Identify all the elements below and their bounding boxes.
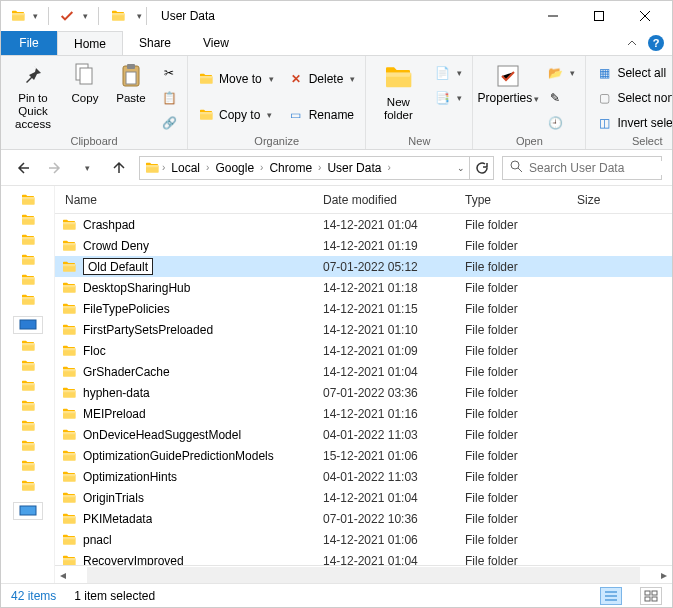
table-row[interactable]: pnacl14-12-2021 01:06File folder xyxy=(55,529,672,550)
tree-item[interactable] xyxy=(20,212,36,228)
close-button[interactable] xyxy=(622,1,668,31)
file-type: File folder xyxy=(465,239,577,253)
delete-button[interactable]: ✕ Delete▾ xyxy=(284,68,360,90)
tree-network[interactable] xyxy=(13,502,43,520)
help-button[interactable]: ? xyxy=(646,31,666,55)
nav-up-button[interactable] xyxy=(107,156,131,180)
copy-to-button[interactable]: Copy to▾ xyxy=(194,104,278,126)
tree-item[interactable] xyxy=(20,418,36,434)
select-none-button[interactable]: ▢ Select none xyxy=(592,87,673,109)
open-menu-button[interactable]: 📂▾ xyxy=(543,62,579,84)
table-row[interactable]: Crowd Deny14-12-2021 01:19File folder xyxy=(55,235,672,256)
nav-recent-button[interactable]: ▾ xyxy=(75,156,99,180)
table-row[interactable]: FirstPartySetsPreloaded14-12-2021 01:10F… xyxy=(55,319,672,340)
table-row[interactable]: OptimizationHints04-01-2022 11:03File fo… xyxy=(55,466,672,487)
folder-icon xyxy=(61,259,77,275)
scroll-right-button[interactable]: ▸ xyxy=(656,567,672,583)
file-type: File folder xyxy=(465,407,577,421)
tree-item[interactable] xyxy=(20,272,36,288)
refresh-button[interactable] xyxy=(470,156,494,180)
nav-back-button[interactable] xyxy=(11,156,35,180)
minimize-button[interactable] xyxy=(530,1,576,31)
table-row[interactable]: PKIMetadata07-01-2022 10:36File folder xyxy=(55,508,672,529)
properties-icon xyxy=(494,62,522,90)
table-row[interactable]: Crashpad14-12-2021 01:04File folder xyxy=(55,214,672,235)
paste-shortcut-button[interactable]: 🔗 xyxy=(157,112,181,134)
rename-button[interactable]: ▭ Rename xyxy=(284,104,360,126)
move-to-button[interactable]: Move to▾ xyxy=(194,68,278,90)
tab-share[interactable]: Share xyxy=(123,31,187,55)
tree-item[interactable] xyxy=(20,478,36,494)
tab-file[interactable]: File xyxy=(1,31,57,55)
horizontal-scrollbar[interactable]: ◂ ▸ xyxy=(55,565,672,583)
ribbon-collapse-button[interactable] xyxy=(618,31,646,55)
table-row[interactable]: hyphen-data07-01-2022 03:36File folder xyxy=(55,382,672,403)
cut-button[interactable]: ✂ xyxy=(157,62,181,84)
status-selection: 1 item selected xyxy=(74,589,155,603)
breadcrumb-segment[interactable]: User Data xyxy=(323,161,385,175)
breadcrumb-segment[interactable]: Google xyxy=(211,161,258,175)
new-item-button[interactable]: 📄▾ xyxy=(430,62,466,84)
file-list[interactable]: Crashpad14-12-2021 01:04File folderCrowd… xyxy=(55,214,672,565)
copy-button[interactable]: Copy xyxy=(65,58,105,105)
nav-forward-button[interactable] xyxy=(43,156,67,180)
search-input[interactable] xyxy=(529,161,673,175)
tree-this-pc[interactable] xyxy=(13,316,43,334)
view-large-icons-button[interactable] xyxy=(640,587,662,605)
table-row[interactable]: FileTypePolicies14-12-2021 01:15File fol… xyxy=(55,298,672,319)
history-button[interactable]: 🕘 xyxy=(543,112,579,134)
invert-selection-button[interactable]: ◫ Invert selection xyxy=(592,112,673,134)
address-history-dropdown[interactable]: ⌄ xyxy=(457,163,465,173)
tree-item[interactable] xyxy=(20,398,36,414)
column-name[interactable]: Name xyxy=(61,193,323,207)
new-folder-button[interactable]: New folder xyxy=(372,58,424,122)
tree-item[interactable] xyxy=(20,192,36,208)
table-row[interactable]: RecoveryImproved14-12-2021 01:04File fol… xyxy=(55,550,672,565)
paste-button[interactable]: Paste xyxy=(111,58,151,105)
status-item-count: 42 items xyxy=(11,589,56,603)
table-row[interactable]: GrShaderCache14-12-2021 01:04File folder xyxy=(55,361,672,382)
search-box[interactable] xyxy=(502,156,662,180)
maximize-button[interactable] xyxy=(576,1,622,31)
table-row[interactable]: OnDeviceHeadSuggestModel04-01-2022 11:03… xyxy=(55,424,672,445)
column-date-modified[interactable]: Date modified xyxy=(323,193,465,207)
easy-access-button[interactable]: 📑▾ xyxy=(430,87,466,109)
table-row[interactable]: DesktopSharingHub14-12-2021 01:18File fo… xyxy=(55,277,672,298)
column-type[interactable]: Type xyxy=(465,193,577,207)
ribbon: Pin to Quick access Copy Paste ✂ 📋 🔗 Cli… xyxy=(1,56,672,150)
qat-overflow[interactable]: ▾ xyxy=(137,11,142,21)
edit-button[interactable]: ✎ xyxy=(543,87,579,109)
table-row[interactable]: Old Default07-01-2022 05:12File folder xyxy=(55,256,672,277)
rename-input[interactable]: Old Default xyxy=(83,258,153,275)
tree-item[interactable] xyxy=(20,292,36,308)
breadcrumb-segment[interactable]: Chrome xyxy=(265,161,316,175)
pin-to-quick-access-button[interactable]: Pin to Quick access xyxy=(7,58,59,132)
table-row[interactable]: OriginTrials14-12-2021 01:04File folder xyxy=(55,487,672,508)
tree-item[interactable] xyxy=(20,458,36,474)
copy-path-button[interactable]: 📋 xyxy=(157,87,181,109)
select-all-button[interactable]: ▦ Select all xyxy=(592,62,673,84)
checkmark-icon[interactable] xyxy=(59,8,77,24)
tree-item[interactable] xyxy=(20,232,36,248)
qat-dropdown-2[interactable]: ▾ xyxy=(83,11,88,21)
tree-item[interactable] xyxy=(20,252,36,268)
svg-rect-13 xyxy=(652,597,657,601)
properties-button[interactable]: Properties▾ xyxy=(479,58,537,106)
table-row[interactable]: OptimizationGuidePredictionModels15-12-2… xyxy=(55,445,672,466)
scroll-left-button[interactable]: ◂ xyxy=(55,567,71,583)
tree-item[interactable] xyxy=(20,338,36,354)
select-all-icon: ▦ xyxy=(596,66,612,80)
view-details-button[interactable] xyxy=(600,587,622,605)
tree-item[interactable] xyxy=(20,358,36,374)
column-size[interactable]: Size xyxy=(577,193,627,207)
address-bar[interactable]: › Local›Google›Chrome›User Data› ⌄ xyxy=(139,156,470,180)
breadcrumb-segment[interactable]: Local xyxy=(167,161,204,175)
navigation-pane[interactable] xyxy=(1,186,55,583)
table-row[interactable]: MEIPreload14-12-2021 01:16File folder xyxy=(55,403,672,424)
tree-item[interactable] xyxy=(20,378,36,394)
tab-view[interactable]: View xyxy=(187,31,245,55)
tree-item[interactable] xyxy=(20,438,36,454)
table-row[interactable]: Floc14-12-2021 01:09File folder xyxy=(55,340,672,361)
qat-dropdown[interactable]: ▾ xyxy=(33,11,38,21)
tab-home[interactable]: Home xyxy=(57,31,123,55)
